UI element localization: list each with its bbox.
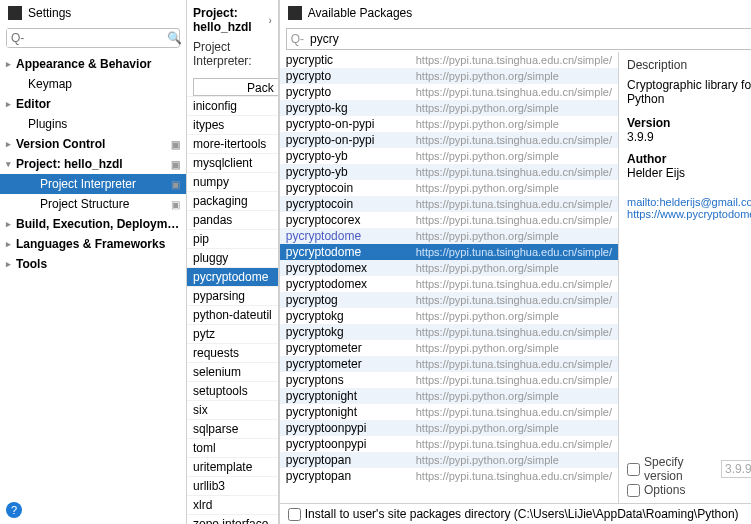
installed-package-row[interactable]: xlrd	[187, 495, 278, 514]
tree-plugins[interactable]: Plugins	[0, 114, 186, 134]
installed-package-row[interactable]: setuptools	[187, 381, 278, 400]
search-result-row[interactable]: pycryptodomexhttps://pypi.tuna.tsinghua.…	[280, 276, 618, 292]
installed-package-row[interactable]: pyparsing	[187, 286, 278, 305]
result-name: pycrypto-kg	[286, 101, 416, 115]
dialog-title-bar: Available Packages	[280, 0, 751, 26]
search-result-row[interactable]: pycryptonighthttps://pypi.python.org/sim…	[280, 388, 618, 404]
options-checkbox[interactable]	[627, 484, 640, 497]
tree-project-structure[interactable]: Project Structure▣	[0, 194, 186, 214]
installed-package-row[interactable]: python-dateutil	[187, 305, 278, 324]
installed-package-row[interactable]: six	[187, 400, 278, 419]
version-label: Version	[627, 116, 751, 130]
homepage-link[interactable]: https://www.pycryptodome.org	[627, 208, 751, 220]
search-result-row[interactable]: pycryptodomehttps://pypi.tuna.tsinghua.e…	[280, 244, 618, 260]
result-name: pycrypto-yb	[286, 165, 416, 179]
result-name: pycryptokg	[286, 325, 416, 339]
installed-package-row[interactable]: selenium	[187, 362, 278, 381]
result-source: https://pypi.tuna.tsinghua.edu.cn/simple…	[416, 134, 612, 146]
result-name: pycryptopan	[286, 469, 416, 483]
installed-package-row[interactable]: iniconfig	[187, 96, 278, 115]
package-author: Helder Eijs	[627, 166, 751, 180]
tree-keymap[interactable]: Keymap	[0, 74, 186, 94]
search-result-row[interactable]: pycrypto-kghttps://pypi.python.org/simpl…	[280, 100, 618, 116]
installed-package-row[interactable]: urllib3	[187, 476, 278, 495]
tree-languages[interactable]: ▸Languages & Frameworks	[0, 234, 186, 254]
installed-package-row[interactable]: more-itertools	[187, 134, 278, 153]
specify-version-checkbox[interactable]	[627, 463, 640, 476]
installed-package-row[interactable]: sqlparse	[187, 419, 278, 438]
specify-version-row: Specify version	[627, 455, 751, 483]
tree-appearance[interactable]: ▸Appearance & Behavior	[0, 54, 186, 74]
tree-tools[interactable]: ▸Tools	[0, 254, 186, 274]
installed-package-row[interactable]: pytz	[187, 324, 278, 343]
installed-package-row[interactable]: pandas	[187, 210, 278, 229]
installed-package-row[interactable]: toml	[187, 438, 278, 457]
result-name: pycryptokg	[286, 309, 416, 323]
result-name: pycryptocorex	[286, 213, 416, 227]
options-label: Options	[644, 483, 685, 497]
installed-package-row[interactable]: itypes	[187, 115, 278, 134]
installed-package-row[interactable]: pycryptodome	[187, 267, 278, 286]
installed-package-list[interactable]: iniconfigitypesmore-itertoolsmysqlclient…	[187, 96, 278, 524]
dialog-title: Available Packages	[308, 6, 413, 20]
installed-package-row[interactable]: zope.interface	[187, 514, 278, 524]
search-result-row[interactable]: pycryptocorexhttps://pypi.tuna.tsinghua.…	[280, 212, 618, 228]
result-source: https://pypi.tuna.tsinghua.edu.cn/simple…	[416, 406, 612, 418]
search-result-row[interactable]: pycryptokghttps://pypi.tuna.tsinghua.edu…	[280, 324, 618, 340]
settings-title: Settings	[28, 6, 71, 20]
search-result-row[interactable]: pycryptonshttps://pypi.tuna.tsinghua.edu…	[280, 372, 618, 388]
package-details-panel: Description Cryptographic library for Py…	[619, 52, 751, 503]
search-result-row[interactable]: pycrypto-ybhttps://pypi.tuna.tsinghua.ed…	[280, 164, 618, 180]
tree-project-interpreter[interactable]: Project Interpreter▣	[0, 174, 186, 194]
search-result-row[interactable]: pycryptocoinhttps://pypi.tuna.tsinghua.e…	[280, 196, 618, 212]
installed-package-row[interactable]: numpy	[187, 172, 278, 191]
search-result-row[interactable]: pycryptichttps://pypi.tuna.tsinghua.edu.…	[280, 52, 618, 68]
search-result-row[interactable]: pycryptokghttps://pypi.python.org/simple	[280, 308, 618, 324]
tree-build[interactable]: ▸Build, Execution, Deployment	[0, 214, 186, 234]
result-name: pycryptocoin	[286, 181, 416, 195]
result-name: pycryptoonpypi	[286, 421, 416, 435]
settings-search[interactable]: 🔍	[6, 28, 180, 48]
install-user-site-checkbox[interactable]	[288, 508, 301, 521]
search-result-row[interactable]: pycryptodomehttps://pypi.python.org/simp…	[280, 228, 618, 244]
result-source: https://pypi.tuna.tsinghua.edu.cn/simple…	[416, 246, 612, 258]
search-result-row[interactable]: pycryptonighthttps://pypi.tuna.tsinghua.…	[280, 404, 618, 420]
search-results-list[interactable]: pycryptichttps://pypi.tuna.tsinghua.edu.…	[280, 52, 619, 503]
result-name: pycryptocoin	[286, 197, 416, 211]
settings-panel: Settings 🔍 ▸Appearance & Behavior Keymap…	[0, 0, 187, 524]
result-source: https://pypi.python.org/simple	[416, 230, 612, 242]
tree-vcs[interactable]: ▸Version Control▣	[0, 134, 186, 154]
settings-search-input[interactable]	[7, 29, 165, 47]
search-result-row[interactable]: pycryptodomexhttps://pypi.python.org/sim…	[280, 260, 618, 276]
specify-version-input[interactable]	[721, 460, 751, 478]
search-result-row[interactable]: pycrypto-on-pypihttps://pypi.tuna.tsingh…	[280, 132, 618, 148]
interpreter-label: Project Interpreter:	[187, 34, 278, 74]
search-result-row[interactable]: pycryptoghttps://pypi.tuna.tsinghua.edu.…	[280, 292, 618, 308]
result-source: https://pypi.tuna.tsinghua.edu.cn/simple…	[416, 438, 612, 450]
search-result-row[interactable]: pycryptocoinhttps://pypi.python.org/simp…	[280, 180, 618, 196]
package-search-input[interactable]	[308, 29, 751, 49]
package-search[interactable]: Q-	[286, 28, 751, 50]
search-result-row[interactable]: pycryptohttps://pypi.python.org/simple	[280, 68, 618, 84]
author-email-link[interactable]: mailto:helderijs@gmail.com	[627, 196, 751, 208]
installed-package-row[interactable]: uritemplate	[187, 457, 278, 476]
search-result-row[interactable]: pycrypto-on-pypihttps://pypi.python.org/…	[280, 116, 618, 132]
search-result-row[interactable]: pycrypto-ybhttps://pypi.python.org/simpl…	[280, 148, 618, 164]
installed-package-row[interactable]: pip	[187, 229, 278, 248]
tree-project[interactable]: ▾Project: hello_hzdl▣	[0, 154, 186, 174]
search-result-row[interactable]: pycryptoonpypihttps://pypi.python.org/si…	[280, 420, 618, 436]
search-result-row[interactable]: pycryptometerhttps://pypi.tuna.tsinghua.…	[280, 356, 618, 372]
help-icon[interactable]: ?	[6, 502, 22, 518]
project-panel: Project: hello_hzdl › Project Interprete…	[187, 0, 279, 524]
installed-package-row[interactable]: packaging	[187, 191, 278, 210]
search-result-row[interactable]: pycryptometerhttps://pypi.python.org/sim…	[280, 340, 618, 356]
search-result-row[interactable]: pycryptopanhttps://pypi.tuna.tsinghua.ed…	[280, 468, 618, 484]
search-result-row[interactable]: pycryptopanhttps://pypi.python.org/simpl…	[280, 452, 618, 468]
result-source: https://pypi.python.org/simple	[416, 310, 612, 322]
search-result-row[interactable]: pycryptoonpypihttps://pypi.tuna.tsinghua…	[280, 436, 618, 452]
tree-editor[interactable]: ▸Editor	[0, 94, 186, 114]
installed-package-row[interactable]: mysqlclient	[187, 153, 278, 172]
installed-package-row[interactable]: pluggy	[187, 248, 278, 267]
installed-package-row[interactable]: requests	[187, 343, 278, 362]
search-result-row[interactable]: pycryptohttps://pypi.tuna.tsinghua.edu.c…	[280, 84, 618, 100]
